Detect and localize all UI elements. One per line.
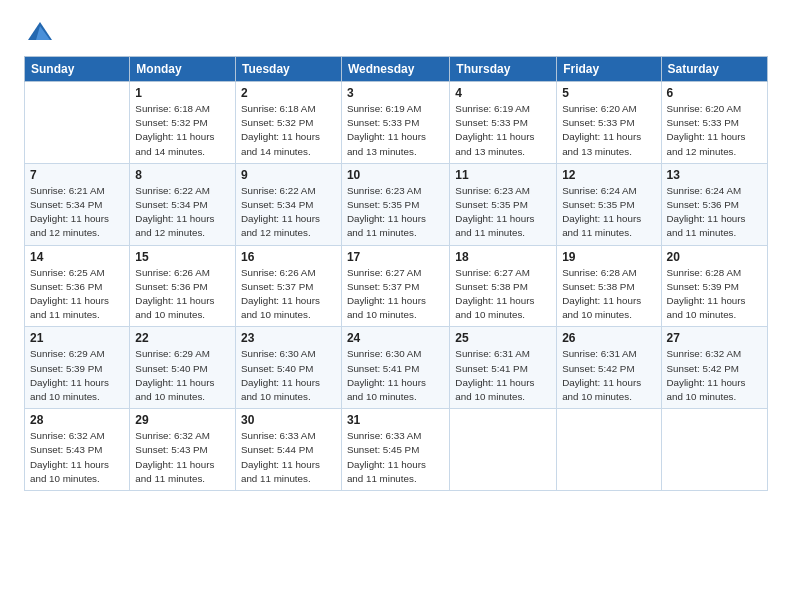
calendar-cell: 18Sunrise: 6:27 AM Sunset: 5:38 PM Dayli… — [450, 245, 557, 327]
weekday-header-saturday: Saturday — [661, 57, 767, 82]
calendar-cell: 23Sunrise: 6:30 AM Sunset: 5:40 PM Dayli… — [235, 327, 341, 409]
calendar-cell: 26Sunrise: 6:31 AM Sunset: 5:42 PM Dayli… — [557, 327, 661, 409]
day-info: Sunrise: 6:24 AM Sunset: 5:35 PM Dayligh… — [562, 184, 655, 241]
calendar-cell: 12Sunrise: 6:24 AM Sunset: 5:35 PM Dayli… — [557, 163, 661, 245]
day-number: 13 — [667, 168, 762, 182]
day-number: 12 — [562, 168, 655, 182]
day-info: Sunrise: 6:27 AM Sunset: 5:37 PM Dayligh… — [347, 266, 444, 323]
calendar-cell — [25, 82, 130, 164]
day-info: Sunrise: 6:29 AM Sunset: 5:40 PM Dayligh… — [135, 347, 230, 404]
day-number: 28 — [30, 413, 124, 427]
day-info: Sunrise: 6:19 AM Sunset: 5:33 PM Dayligh… — [347, 102, 444, 159]
day-number: 30 — [241, 413, 336, 427]
day-info: Sunrise: 6:32 AM Sunset: 5:43 PM Dayligh… — [135, 429, 230, 486]
weekday-header-thursday: Thursday — [450, 57, 557, 82]
day-info: Sunrise: 6:26 AM Sunset: 5:36 PM Dayligh… — [135, 266, 230, 323]
day-number: 23 — [241, 331, 336, 345]
calendar-cell: 16Sunrise: 6:26 AM Sunset: 5:37 PM Dayli… — [235, 245, 341, 327]
logo — [24, 18, 54, 46]
day-info: Sunrise: 6:21 AM Sunset: 5:34 PM Dayligh… — [30, 184, 124, 241]
calendar-cell: 14Sunrise: 6:25 AM Sunset: 5:36 PM Dayli… — [25, 245, 130, 327]
weekday-header-wednesday: Wednesday — [341, 57, 449, 82]
calendar-cell — [661, 409, 767, 491]
day-info: Sunrise: 6:23 AM Sunset: 5:35 PM Dayligh… — [455, 184, 551, 241]
weekday-header-row: SundayMondayTuesdayWednesdayThursdayFrid… — [25, 57, 768, 82]
day-info: Sunrise: 6:31 AM Sunset: 5:42 PM Dayligh… — [562, 347, 655, 404]
week-row-3: 14Sunrise: 6:25 AM Sunset: 5:36 PM Dayli… — [25, 245, 768, 327]
day-number: 11 — [455, 168, 551, 182]
calendar-cell: 5Sunrise: 6:20 AM Sunset: 5:33 PM Daylig… — [557, 82, 661, 164]
day-info: Sunrise: 6:25 AM Sunset: 5:36 PM Dayligh… — [30, 266, 124, 323]
week-row-1: 1Sunrise: 6:18 AM Sunset: 5:32 PM Daylig… — [25, 82, 768, 164]
day-number: 19 — [562, 250, 655, 264]
calendar-cell: 13Sunrise: 6:24 AM Sunset: 5:36 PM Dayli… — [661, 163, 767, 245]
day-info: Sunrise: 6:28 AM Sunset: 5:39 PM Dayligh… — [667, 266, 762, 323]
header — [24, 18, 768, 46]
day-info: Sunrise: 6:18 AM Sunset: 5:32 PM Dayligh… — [135, 102, 230, 159]
day-number: 21 — [30, 331, 124, 345]
day-number: 9 — [241, 168, 336, 182]
day-info: Sunrise: 6:19 AM Sunset: 5:33 PM Dayligh… — [455, 102, 551, 159]
calendar-cell: 10Sunrise: 6:23 AM Sunset: 5:35 PM Dayli… — [341, 163, 449, 245]
day-info: Sunrise: 6:29 AM Sunset: 5:39 PM Dayligh… — [30, 347, 124, 404]
day-info: Sunrise: 6:31 AM Sunset: 5:41 PM Dayligh… — [455, 347, 551, 404]
calendar-cell: 2Sunrise: 6:18 AM Sunset: 5:32 PM Daylig… — [235, 82, 341, 164]
calendar-cell: 29Sunrise: 6:32 AM Sunset: 5:43 PM Dayli… — [130, 409, 236, 491]
calendar-cell: 15Sunrise: 6:26 AM Sunset: 5:36 PM Dayli… — [130, 245, 236, 327]
day-number: 27 — [667, 331, 762, 345]
day-number: 16 — [241, 250, 336, 264]
day-info: Sunrise: 6:32 AM Sunset: 5:43 PM Dayligh… — [30, 429, 124, 486]
weekday-header-tuesday: Tuesday — [235, 57, 341, 82]
calendar-cell — [557, 409, 661, 491]
page: SundayMondayTuesdayWednesdayThursdayFrid… — [0, 0, 792, 612]
day-number: 15 — [135, 250, 230, 264]
week-row-5: 28Sunrise: 6:32 AM Sunset: 5:43 PM Dayli… — [25, 409, 768, 491]
logo-icon — [26, 18, 54, 46]
calendar-cell: 21Sunrise: 6:29 AM Sunset: 5:39 PM Dayli… — [25, 327, 130, 409]
week-row-4: 21Sunrise: 6:29 AM Sunset: 5:39 PM Dayli… — [25, 327, 768, 409]
day-info: Sunrise: 6:18 AM Sunset: 5:32 PM Dayligh… — [241, 102, 336, 159]
day-number: 18 — [455, 250, 551, 264]
calendar-cell: 19Sunrise: 6:28 AM Sunset: 5:38 PM Dayli… — [557, 245, 661, 327]
day-info: Sunrise: 6:30 AM Sunset: 5:41 PM Dayligh… — [347, 347, 444, 404]
day-info: Sunrise: 6:20 AM Sunset: 5:33 PM Dayligh… — [667, 102, 762, 159]
day-number: 8 — [135, 168, 230, 182]
day-number: 26 — [562, 331, 655, 345]
week-row-2: 7Sunrise: 6:21 AM Sunset: 5:34 PM Daylig… — [25, 163, 768, 245]
calendar: SundayMondayTuesdayWednesdayThursdayFrid… — [24, 56, 768, 491]
day-number: 24 — [347, 331, 444, 345]
day-info: Sunrise: 6:22 AM Sunset: 5:34 PM Dayligh… — [241, 184, 336, 241]
calendar-cell: 24Sunrise: 6:30 AM Sunset: 5:41 PM Dayli… — [341, 327, 449, 409]
calendar-cell: 8Sunrise: 6:22 AM Sunset: 5:34 PM Daylig… — [130, 163, 236, 245]
day-info: Sunrise: 6:27 AM Sunset: 5:38 PM Dayligh… — [455, 266, 551, 323]
day-info: Sunrise: 6:33 AM Sunset: 5:45 PM Dayligh… — [347, 429, 444, 486]
calendar-cell: 30Sunrise: 6:33 AM Sunset: 5:44 PM Dayli… — [235, 409, 341, 491]
calendar-cell: 11Sunrise: 6:23 AM Sunset: 5:35 PM Dayli… — [450, 163, 557, 245]
day-number: 20 — [667, 250, 762, 264]
day-number: 10 — [347, 168, 444, 182]
calendar-cell: 28Sunrise: 6:32 AM Sunset: 5:43 PM Dayli… — [25, 409, 130, 491]
calendar-cell: 1Sunrise: 6:18 AM Sunset: 5:32 PM Daylig… — [130, 82, 236, 164]
day-number: 14 — [30, 250, 124, 264]
day-number: 22 — [135, 331, 230, 345]
day-info: Sunrise: 6:33 AM Sunset: 5:44 PM Dayligh… — [241, 429, 336, 486]
day-info: Sunrise: 6:23 AM Sunset: 5:35 PM Dayligh… — [347, 184, 444, 241]
day-number: 2 — [241, 86, 336, 100]
calendar-cell: 25Sunrise: 6:31 AM Sunset: 5:41 PM Dayli… — [450, 327, 557, 409]
calendar-cell: 20Sunrise: 6:28 AM Sunset: 5:39 PM Dayli… — [661, 245, 767, 327]
day-info: Sunrise: 6:26 AM Sunset: 5:37 PM Dayligh… — [241, 266, 336, 323]
day-info: Sunrise: 6:32 AM Sunset: 5:42 PM Dayligh… — [667, 347, 762, 404]
day-number: 31 — [347, 413, 444, 427]
day-info: Sunrise: 6:22 AM Sunset: 5:34 PM Dayligh… — [135, 184, 230, 241]
day-number: 3 — [347, 86, 444, 100]
day-info: Sunrise: 6:28 AM Sunset: 5:38 PM Dayligh… — [562, 266, 655, 323]
day-number: 17 — [347, 250, 444, 264]
calendar-cell: 4Sunrise: 6:19 AM Sunset: 5:33 PM Daylig… — [450, 82, 557, 164]
day-number: 6 — [667, 86, 762, 100]
day-number: 5 — [562, 86, 655, 100]
day-number: 25 — [455, 331, 551, 345]
day-number: 4 — [455, 86, 551, 100]
day-number: 29 — [135, 413, 230, 427]
calendar-cell: 3Sunrise: 6:19 AM Sunset: 5:33 PM Daylig… — [341, 82, 449, 164]
calendar-cell: 31Sunrise: 6:33 AM Sunset: 5:45 PM Dayli… — [341, 409, 449, 491]
